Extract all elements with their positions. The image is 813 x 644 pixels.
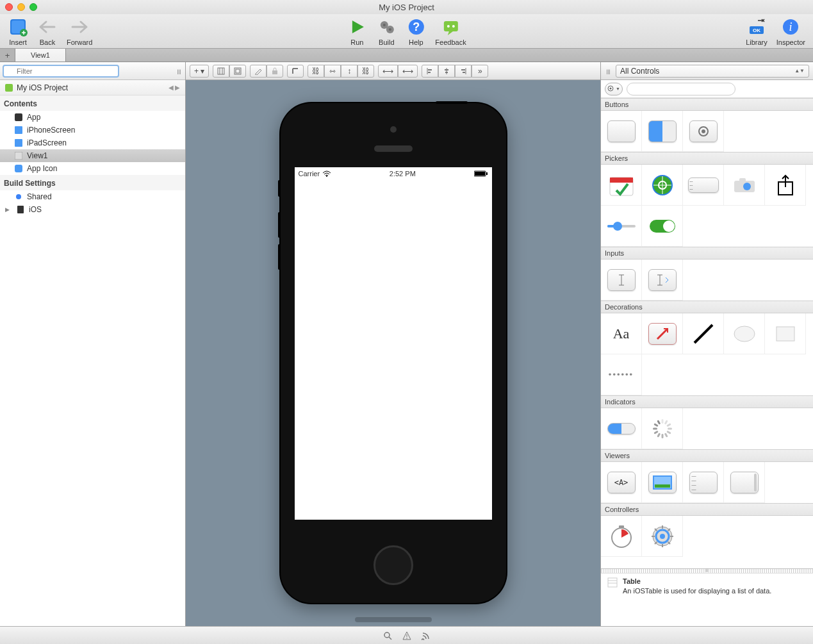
tree-item-app[interactable]: App: [0, 111, 185, 124]
library-button[interactable]: OK Library: [746, 17, 768, 46]
library-item-progress-bar[interactable]: [601, 408, 642, 449]
library-item-share-picker[interactable]: [765, 165, 806, 206]
align-left-button[interactable]: [422, 65, 438, 78]
library-item-html-viewer[interactable]: <A>: [601, 462, 642, 503]
svg-point-111: [406, 638, 407, 639]
library-item-settings-button[interactable]: [683, 111, 724, 152]
tree-item-ios[interactable]: ▶ iOS: [0, 203, 185, 216]
edit-button[interactable]: [250, 65, 267, 78]
library-item-spinner[interactable]: [642, 408, 683, 449]
svg-rect-77: [661, 419, 663, 424]
svg-rect-30: [236, 69, 240, 73]
library-item-scroll-picker[interactable]: ---------: [683, 165, 724, 206]
library-item-timer[interactable]: [601, 516, 642, 557]
layout-auto-button[interactable]: [229, 65, 246, 78]
constraint-v[interactable]: ↕: [341, 65, 357, 78]
device-frame: Carrier 2:52 PM: [281, 103, 506, 603]
library-item-thread[interactable]: [642, 516, 683, 557]
tab-bar: + View1: [0, 49, 813, 62]
resize-grip[interactable]: [601, 569, 813, 574]
svg-rect-40: [463, 72, 465, 73]
rss-icon[interactable]: [422, 631, 431, 640]
device-screen[interactable]: Carrier 2:52 PM: [295, 167, 492, 520]
canvas-scrollbar[interactable]: [355, 617, 432, 622]
svg-point-96: [660, 534, 665, 539]
library-settings-button[interactable]: ▼: [605, 83, 623, 95]
nav-back[interactable]: ◀: [168, 84, 174, 91]
svg-rect-83: [661, 434, 663, 438]
align-center-button[interactable]: [438, 65, 455, 78]
align-right-button[interactable]: [455, 65, 472, 78]
build-button[interactable]: Build: [376, 17, 397, 46]
svg-rect-105: [608, 578, 617, 587]
tree-item-ipadscreen[interactable]: iPadScreen: [0, 136, 185, 149]
lock-button[interactable]: [267, 65, 283, 78]
columns-icon[interactable]: ⫼: [176, 67, 183, 75]
search-icon[interactable]: [383, 631, 392, 640]
library-item-image-well[interactable]: [642, 313, 683, 354]
ungroup-button[interactable]: ⛓: [357, 65, 374, 78]
disclosure-icon[interactable]: ▶: [5, 206, 10, 213]
help-button[interactable]: ? Help: [406, 17, 426, 46]
more-align-button[interactable]: »: [472, 65, 488, 78]
group-button[interactable]: ⛓: [308, 65, 324, 78]
project-icon: [5, 84, 13, 92]
library-item-camera-picker[interactable]: [724, 165, 765, 206]
project-header[interactable]: My iOS Project ◀ ▶: [0, 80, 185, 95]
library-item-separator[interactable]: ••••••: [601, 354, 642, 395]
svg-point-108: [384, 632, 390, 638]
library-item-location-picker[interactable]: [642, 165, 683, 206]
svg-text:?: ?: [413, 21, 420, 33]
forward-button[interactable]: Forward: [67, 17, 92, 46]
library-item-slider[interactable]: [601, 206, 642, 247]
warning-icon[interactable]: [402, 631, 411, 640]
library-item-text-field[interactable]: [601, 260, 642, 301]
columns-icon[interactable]: ⫼: [605, 67, 612, 75]
insert-button[interactable]: Insert: [8, 17, 28, 46]
library-item-search-field[interactable]: [642, 260, 683, 301]
tree-item-view1[interactable]: View1: [0, 149, 185, 162]
library-item-scroll-view[interactable]: [724, 462, 765, 503]
library-item-oval[interactable]: [724, 313, 765, 354]
library-search-input[interactable]: [627, 83, 735, 95]
svg-point-46: [610, 88, 612, 90]
library-item-switch[interactable]: [642, 206, 683, 247]
library-section-header: Controllers: [601, 503, 813, 516]
svg-rect-103: [652, 536, 655, 537]
tab-view1[interactable]: View1: [15, 49, 66, 62]
library-item-date-picker[interactable]: [601, 165, 642, 206]
library-filter-select[interactable]: All Controls ▲▼: [616, 65, 809, 78]
svg-rect-52: [610, 178, 633, 183]
add-control-button[interactable]: + ▾: [190, 65, 209, 78]
home-button: [374, 545, 413, 585]
library-item-line[interactable]: [683, 313, 724, 354]
library-item-image-viewer[interactable]: [642, 462, 683, 503]
inspector-button[interactable]: i Inspector: [776, 17, 805, 46]
library-item-label[interactable]: Aa: [601, 313, 642, 354]
svg-rect-76: [776, 327, 794, 341]
navigator-filter-input[interactable]: [3, 65, 119, 78]
layout-grid-button[interactable]: [213, 65, 229, 78]
feedback-button[interactable]: Feedback: [435, 17, 466, 46]
nav-forward[interactable]: ▶: [175, 84, 180, 91]
svg-rect-26: [218, 68, 224, 74]
library-item-rectangle[interactable]: [765, 313, 806, 354]
tree-item-appicon[interactable]: App Icon: [0, 162, 185, 175]
back-button[interactable]: Back: [37, 17, 58, 46]
svg-rect-97: [662, 525, 663, 529]
library-item-segmented-button[interactable]: [642, 111, 683, 152]
battery-icon: [474, 170, 488, 177]
library-item-table[interactable]: ────────: [683, 462, 724, 503]
tree-item-shared[interactable]: Shared: [0, 190, 185, 203]
tree-item-iphonescreen[interactable]: iPhoneScreen: [0, 124, 185, 136]
fith-button[interactable]: ⟷: [398, 65, 418, 78]
status-bar: Carrier 2:52 PM: [295, 167, 492, 180]
corner-button[interactable]: [287, 65, 304, 78]
add-tab-button[interactable]: +: [0, 49, 15, 62]
svg-rect-36: [445, 69, 448, 70]
library-item-button[interactable]: [601, 111, 642, 152]
window-title: My iOS Project: [0, 3, 813, 12]
constraint-h[interactable]: ⇿: [324, 65, 341, 78]
run-button[interactable]: Run: [347, 17, 367, 46]
fitw-button[interactable]: ⟷: [378, 65, 398, 78]
